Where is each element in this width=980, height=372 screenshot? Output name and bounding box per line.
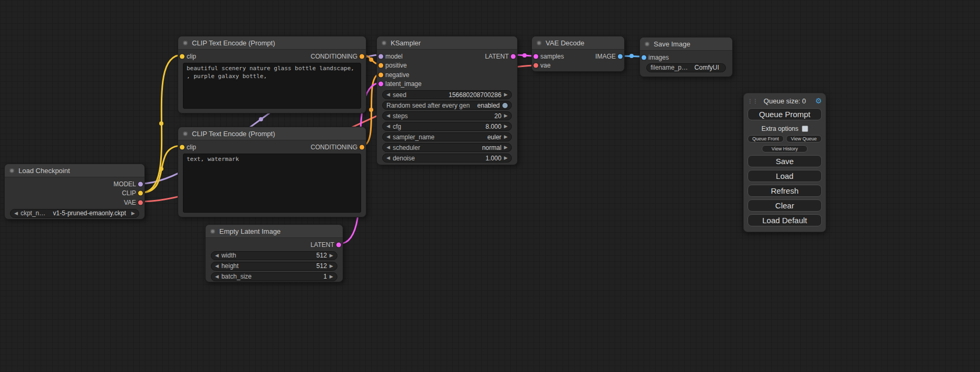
widget-label: Random seed after every gen	[386, 102, 470, 109]
node-graph-canvas[interactable]: Load Checkpoint MODEL CLIP VAE ◀ ckpt_na…	[0, 0, 980, 372]
collapse-dot[interactable]	[183, 41, 188, 45]
queue-panel: ⋮⋮ Queue size: 0 ⚙ Queue Prompt Extra op…	[743, 93, 826, 232]
latent-output-port[interactable]	[336, 242, 341, 247]
image-output-port[interactable]	[618, 54, 623, 59]
node-load-checkpoint[interactable]: Load Checkpoint MODEL CLIP VAE ◀ ckpt_na…	[4, 164, 145, 220]
node-save-image[interactable]: Save Image images filename_prefix ComfyU…	[639, 37, 733, 77]
collapse-dot[interactable]	[9, 168, 14, 173]
clip-input-port[interactable]	[180, 54, 185, 59]
positive-prompt-textarea[interactable]: beautiful scenery nature glass bottle la…	[183, 63, 361, 109]
random-seed-widget[interactable]: Random seed after every gen enabled	[382, 101, 512, 110]
increment-arrow-icon[interactable]: ▶	[504, 145, 508, 150]
node-title-bar[interactable]: Load Checkpoint	[5, 164, 144, 177]
increment-arrow-icon[interactable]: ▶	[504, 92, 508, 97]
scheduler-widget[interactable]: ◀ scheduler normal ▶	[382, 143, 512, 152]
model-output-port[interactable]	[138, 182, 143, 186]
cfg-widget[interactable]: ◀ cfg 8.000 ▶	[382, 122, 512, 131]
seed-widget[interactable]: ◀ seed 156680208700286 ▶	[382, 90, 512, 99]
load-button[interactable]: Load	[748, 170, 822, 182]
model-input-port[interactable]	[379, 54, 383, 59]
wire-midpoint-dot	[369, 108, 373, 112]
clip-slot-row: clip CONDITIONING	[178, 52, 366, 61]
negative-prompt-textarea[interactable]: text, watermark	[183, 154, 361, 213]
increment-arrow-icon[interactable]: ▶	[504, 135, 508, 139]
sampler-name-widget[interactable]: ◀ sampler_name euler ▶	[382, 132, 512, 141]
steps-widget[interactable]: ◀ steps 20 ▶	[382, 111, 512, 120]
decrement-arrow-icon[interactable]: ◀	[386, 124, 390, 129]
save-button[interactable]: Save	[748, 155, 822, 167]
node-vae-decode[interactable]: VAE Decode samples IMAGE vae	[531, 36, 625, 72]
decrement-arrow-icon[interactable]: ◀	[14, 211, 18, 216]
node-title-bar[interactable]: CLIP Text Encode (Prompt)	[178, 36, 366, 50]
random-seed-toggle[interactable]	[502, 103, 508, 108]
clip-output-port[interactable]	[138, 191, 143, 196]
node-title-bar[interactable]: Save Image	[640, 37, 732, 51]
increment-arrow-icon[interactable]: ▶	[329, 253, 333, 258]
increment-arrow-icon[interactable]: ▶	[504, 124, 508, 129]
decrement-arrow-icon[interactable]: ◀	[386, 92, 390, 97]
images-slot-row: images	[640, 53, 732, 62]
vae-input-port[interactable]	[533, 63, 538, 68]
node-ksampler[interactable]: KSampler model LATENT positive negative …	[376, 36, 518, 165]
clear-button[interactable]: Clear	[748, 199, 822, 212]
decrement-arrow-icon[interactable]: ◀	[386, 156, 390, 160]
clip-output-slot: CLIP	[5, 189, 144, 198]
width-widget[interactable]: ◀ width 512 ▶	[211, 251, 337, 260]
collapse-dot[interactable]	[382, 41, 386, 45]
increment-arrow-icon[interactable]: ▶	[131, 211, 135, 216]
vae-output-port[interactable]	[138, 200, 143, 205]
queue-prompt-button[interactable]: Queue Prompt	[748, 108, 822, 120]
ckpt-name-widget[interactable]: ◀ ckpt_name v1-5-pruned-emaonly.ckpt ▶	[10, 209, 139, 218]
collapse-dot[interactable]	[645, 42, 649, 46]
increment-arrow-icon[interactable]: ▶	[329, 274, 333, 279]
view-queue-button[interactable]: View Queue	[786, 135, 822, 142]
increment-arrow-icon[interactable]: ▶	[329, 264, 333, 269]
decrement-arrow-icon[interactable]: ◀	[215, 264, 219, 269]
conditioning-output-port[interactable]	[360, 145, 364, 149]
denoise-widget[interactable]: ◀ denoise 1.000 ▶	[382, 154, 512, 163]
node-title-bar[interactable]: CLIP Text Encode (Prompt)	[178, 127, 366, 140]
positive-input-port[interactable]	[379, 63, 383, 68]
increment-arrow-icon[interactable]: ▶	[504, 156, 508, 160]
collapse-dot[interactable]	[183, 131, 188, 136]
widget-label: filename_prefix	[651, 64, 689, 71]
latent-image-input-port[interactable]	[379, 82, 383, 87]
slot-label: clip	[187, 144, 196, 151]
gear-icon[interactable]: ⚙	[815, 97, 822, 105]
conditioning-output-port[interactable]	[360, 54, 364, 59]
decrement-arrow-icon[interactable]: ◀	[386, 113, 390, 118]
clip-input-port[interactable]	[180, 145, 185, 149]
decrement-arrow-icon[interactable]: ◀	[215, 274, 219, 279]
drag-handle-icon[interactable]: ⋮⋮	[748, 98, 754, 104]
filename-prefix-widget[interactable]: filename_prefix ComfyUI	[646, 63, 726, 72]
negative-input-port[interactable]	[379, 72, 383, 77]
wire-midpoint-dot	[259, 117, 263, 121]
widget-value: enabled	[477, 102, 500, 109]
vae-slot-row: vae	[532, 61, 624, 71]
node-empty-latent-image[interactable]: Empty Latent Image LATENT ◀ width 512 ▶ …	[205, 224, 343, 282]
model-output-slot: MODEL	[5, 179, 144, 189]
view-history-button[interactable]: View History	[762, 145, 808, 152]
extra-options-checkbox[interactable]	[802, 126, 808, 132]
node-clip-text-encode-negative[interactable]: CLIP Text Encode (Prompt) clip CONDITION…	[178, 127, 366, 217]
samples-input-port[interactable]	[533, 54, 538, 59]
decrement-arrow-icon[interactable]: ◀	[386, 145, 390, 150]
decrement-arrow-icon[interactable]: ◀	[215, 253, 219, 258]
collapse-dot[interactable]	[210, 229, 215, 234]
batch-size-widget[interactable]: ◀ batch_size 1 ▶	[211, 272, 337, 281]
queue-front-button[interactable]: Queue Front	[748, 135, 784, 142]
slot-label: LATENT	[311, 241, 334, 249]
node-clip-text-encode-positive[interactable]: CLIP Text Encode (Prompt) clip CONDITION…	[178, 36, 366, 113]
height-widget[interactable]: ◀ height 512 ▶	[211, 262, 337, 271]
node-title-bar[interactable]: Empty Latent Image	[206, 225, 343, 238]
node-title-bar[interactable]: VAE Decode	[532, 36, 624, 50]
increment-arrow-icon[interactable]: ▶	[504, 113, 508, 118]
load-default-button[interactable]: Load Default	[748, 214, 822, 226]
latent-output-port[interactable]	[511, 54, 516, 59]
refresh-button[interactable]: Refresh	[748, 185, 822, 197]
node-title-bar[interactable]: KSampler	[377, 36, 517, 50]
images-input-port[interactable]	[642, 55, 646, 60]
decrement-arrow-icon[interactable]: ◀	[386, 135, 390, 139]
extra-options-row: Extra options	[748, 125, 822, 132]
collapse-dot[interactable]	[537, 41, 541, 45]
